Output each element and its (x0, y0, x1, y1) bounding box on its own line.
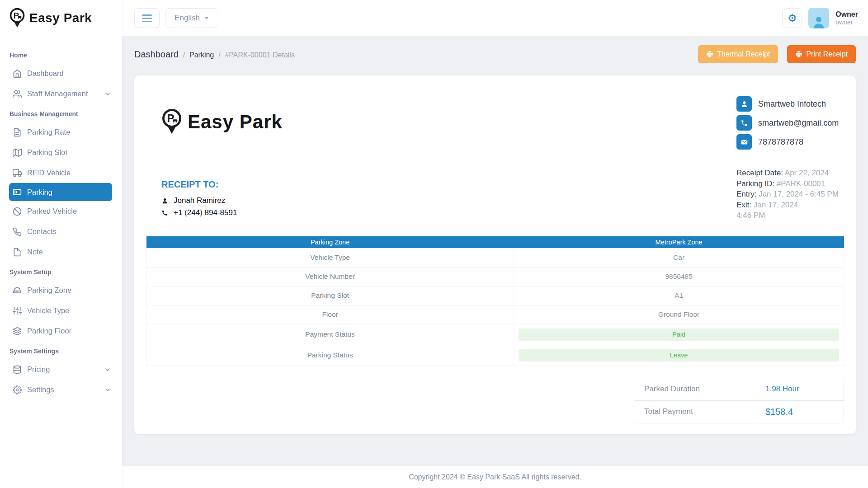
zone-value-header: MetroPark Zone (514, 236, 844, 248)
total-payment-value: $158.4 (756, 400, 844, 423)
sidebar-item-dashboard[interactable]: Dashboard (0, 63, 122, 84)
layers-icon (13, 326, 23, 336)
map-icon (13, 148, 23, 158)
main-content: Dashboard / Parking / #PARK-00001 Detail… (122, 0, 868, 434)
svg-text:P: P (167, 112, 175, 124)
envelope-icon (736, 134, 752, 150)
brand-logo[interactable]: P Easy Park (0, 0, 122, 36)
receipt-meta: Receipt Date: Apr 22, 2024 Parking ID: #… (736, 168, 844, 221)
sidebar-section-business-management: Business Management (0, 104, 122, 122)
truck-icon (13, 168, 23, 178)
sidebar-item-staff-management[interactable]: Staff Management (0, 84, 122, 104)
print-receipt-button[interactable]: Print Receipt (787, 45, 856, 63)
file-text-icon (13, 127, 23, 137)
gear-icon: ⚙ (788, 12, 797, 24)
zone-header: Parking Zone (146, 236, 514, 248)
sidebar-section-home: Home (0, 45, 122, 63)
sidebar-item-pricing[interactable]: Pricing (0, 359, 122, 380)
parking-id: #PARK-00001 (777, 179, 825, 188)
exit-time: 4:46 PM (736, 211, 765, 220)
sidebar-toggle-button[interactable] (134, 8, 160, 28)
sidebar-nav: Home Dashboard Staff Management Business… (0, 36, 122, 400)
table-row: Total Payment $158.4 (635, 400, 844, 423)
footer: Copyright 2024 © Easy Park SaaS All righ… (122, 466, 868, 488)
user-role: owner (835, 19, 858, 26)
sidebar-item-settings[interactable]: Settings (0, 380, 122, 400)
hamburger-icon (142, 14, 152, 22)
sidebar-item-note[interactable]: Parking Zone Note (0, 242, 122, 262)
map-pin-logo-icon: P (161, 108, 182, 135)
sidebar: P Easy Park Home Dashboard Staff Managem… (0, 0, 122, 488)
ban-icon (13, 206, 23, 216)
sidebar-section-system-settings: System Settings (0, 341, 122, 359)
phone-icon (13, 227, 23, 237)
table-row: Floor Ground Floor (146, 305, 844, 324)
person-icon (811, 15, 826, 28)
home-icon (13, 69, 23, 79)
user-meta[interactable]: Owner owner (835, 10, 861, 26)
printer-icon (795, 51, 802, 58)
sidebar-item-parked-vehicle[interactable]: Parked Vehicle (0, 201, 122, 221)
language-dropdown[interactable]: English (165, 8, 218, 28)
sidebar-item-rfid-vehicle[interactable]: RFID Vehicle (0, 163, 122, 183)
parking-details-table: Parking Zone MetroPark Zone Vehicle Type… (146, 236, 844, 366)
table-row: Payment Status Paid (146, 324, 844, 345)
breadcrumb-parking[interactable]: Parking (189, 51, 214, 59)
receipt-date: Apr 22, 2024 (785, 169, 829, 177)
database-icon (13, 365, 23, 375)
file-icon (13, 247, 23, 257)
chevron-down-icon (104, 90, 111, 98)
chevron-down-icon (104, 366, 111, 373)
map-pin-logo-icon: P (9, 8, 25, 28)
sidebar-item-vehicle-type[interactable]: Vehicle Type (0, 300, 122, 321)
sliders-icon (13, 306, 23, 316)
chevron-down-icon (104, 386, 111, 394)
table-row: Parking Status Leave (146, 345, 844, 366)
copyright-text: Copyright 2024 © Easy Park SaaS All righ… (409, 473, 581, 481)
receipt-brand-name: Easy Park (188, 111, 283, 133)
company-email-row: smartweb@gmail.com (736, 115, 844, 131)
person-icon (161, 197, 168, 204)
language-label: English (175, 14, 200, 23)
company-phone: 7878787878 (758, 137, 803, 147)
brand-name: Easy Park (29, 11, 92, 25)
phone-icon (736, 115, 752, 131)
table-row: Parked Duration 1.98 Hour (635, 378, 844, 400)
table-row: Parking Slot A1 (146, 286, 844, 305)
status-badge: Paid (519, 328, 839, 341)
receipt-logo: P Easy Park (161, 108, 283, 135)
credit-card-icon (13, 187, 23, 197)
parked-duration-value: 1.98 Hour (756, 378, 844, 400)
settings-button[interactable]: ⚙ (782, 8, 802, 28)
topbar: English ⚙ Owner owner (122, 0, 868, 36)
breadcrumb-current: #PARK-00001 Details (225, 51, 294, 59)
customer-phone-row: +1 (244) 894-8591 (161, 208, 283, 217)
person-icon (736, 96, 752, 112)
thermal-receipt-button[interactable]: Thermal Receipt (698, 45, 778, 63)
user-name: Owner (835, 10, 858, 19)
receipt-card: P Easy Park RECEIPT TO: Jonah Ramirez +1… (134, 75, 856, 434)
phone-icon (161, 210, 168, 216)
printer-icon (706, 51, 713, 58)
sidebar-item-parking-zone[interactable]: Parking Zone (0, 280, 122, 300)
breadcrumb: Dashboard / Parking / #PARK-00001 Detail… (134, 49, 295, 60)
users-icon (13, 89, 23, 99)
gear-icon (13, 385, 23, 395)
sidebar-item-parking-rate[interactable]: Parking Rate (0, 122, 122, 142)
company-phone-row: 7878787878 (736, 134, 844, 150)
sidebar-item-parking[interactable]: Parking (9, 183, 112, 201)
avatar[interactable] (808, 8, 829, 28)
sidebar-section-system-setup: System Setup (0, 262, 122, 280)
company-name: Smartweb Infotech (758, 99, 826, 109)
receipt-to-title: RECEIPT TO: (161, 179, 283, 190)
exit-date: Jan 17, 2024 (754, 201, 798, 209)
caret-down-icon (204, 17, 209, 19)
sidebar-item-parking-slot[interactable]: Parking Slot (0, 142, 122, 163)
breadcrumb-dashboard[interactable]: Dashboard (134, 49, 179, 60)
status-badge: Leave (519, 349, 839, 361)
customer-name-row: Jonah Ramirez (161, 196, 283, 205)
car-icon (13, 286, 23, 296)
sidebar-item-parking-floor[interactable]: Parking Floor (0, 321, 122, 341)
sidebar-item-contacts[interactable]: Contacts (0, 221, 122, 242)
svg-text:P: P (14, 11, 19, 20)
